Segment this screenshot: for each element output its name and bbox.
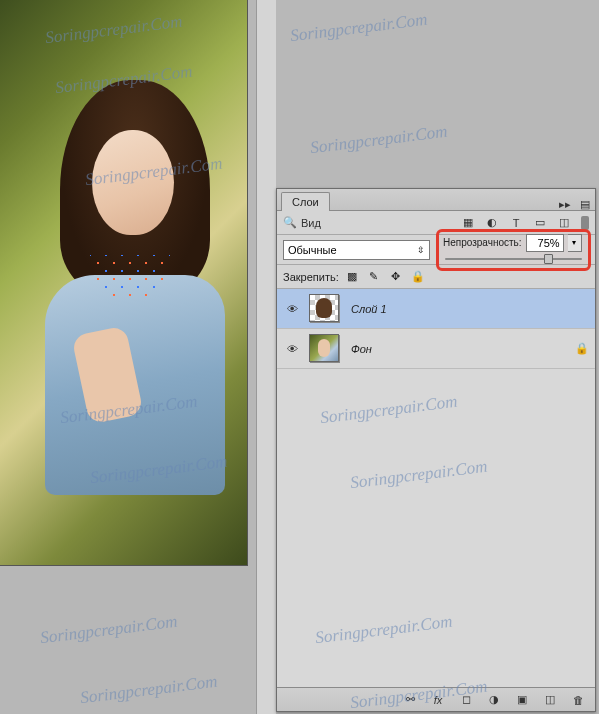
panel-tabbar: Слои ▸▸ ▤ xyxy=(277,189,595,211)
layer-name-label: Фон xyxy=(351,343,372,355)
opacity-field[interactable]: 75% xyxy=(526,234,564,252)
tab-layers[interactable]: Слои xyxy=(281,192,330,211)
filter-smart-icon[interactable]: ◫ xyxy=(557,216,571,230)
watermark-text: Soringpcrepair.Com xyxy=(309,122,448,159)
blend-mode-select[interactable]: Обычные ⇳ xyxy=(283,240,430,260)
opacity-slider[interactable] xyxy=(443,254,584,264)
fill-adjust-icon[interactable]: ◑ xyxy=(487,693,501,707)
lock-position-icon[interactable]: ✥ xyxy=(389,270,403,284)
trash-icon[interactable]: 🗑 xyxy=(571,693,585,707)
watermark-text: Soringpcrepair.Com xyxy=(289,10,428,47)
lock-row: Закрепить: ▩ ✎ ✥ 🔒 xyxy=(277,265,595,289)
layer-thumbnail[interactable] xyxy=(309,334,339,362)
layers-panel: Слои ▸▸ ▤ 🔍 Вид ▦ ◐ T ▭ ◫ Обычные ⇳ Непр… xyxy=(276,188,596,712)
filter-type-icon[interactable]: T xyxy=(509,216,523,230)
opacity-dropdown-icon[interactable]: ▾ xyxy=(568,234,582,252)
panel-footer: ⚯ fx ◻ ◑ ▣ ◫ 🗑 xyxy=(277,687,595,711)
layer-thumbnail[interactable] xyxy=(309,294,339,322)
fx-icon[interactable]: fx xyxy=(431,693,445,707)
layer-row[interactable]: 👁Фон🔒 xyxy=(277,329,595,369)
filter-shape-icon[interactable]: ▭ xyxy=(533,216,547,230)
chevron-updown-icon: ⇳ xyxy=(417,245,425,255)
lock-pixels-icon[interactable]: ▩ xyxy=(345,270,359,284)
lock-icon: 🔒 xyxy=(575,342,589,355)
lock-all-icon[interactable]: 🔒 xyxy=(411,270,425,284)
layer-options-row: Обычные ⇳ Непрозрачность: 75% ▾ xyxy=(277,235,595,265)
filter-kind-label: Вид xyxy=(301,217,321,229)
blend-mode-value: Обычные xyxy=(288,244,337,256)
canvas-area xyxy=(0,0,276,714)
vertical-scrollbar[interactable] xyxy=(256,0,276,714)
visibility-icon[interactable]: 👁 xyxy=(283,300,301,318)
filter-toggle-icon[interactable] xyxy=(581,216,589,230)
layer-row[interactable]: 👁Слой 1 xyxy=(277,289,595,329)
mask-icon[interactable]: ◻ xyxy=(459,693,473,707)
search-icon: 🔍 xyxy=(283,216,297,229)
link-layers-icon[interactable]: ⚯ xyxy=(403,693,417,707)
filter-adjust-icon[interactable]: ◐ xyxy=(485,216,499,230)
panel-menu-icon[interactable]: ▤ xyxy=(579,198,591,210)
lock-label: Закрепить: xyxy=(283,271,339,283)
document-image[interactable] xyxy=(0,0,248,566)
group-icon[interactable]: ▣ xyxy=(515,693,529,707)
layer-name-label: Слой 1 xyxy=(351,303,387,315)
filter-image-icon[interactable]: ▦ xyxy=(461,216,475,230)
lock-brush-icon[interactable]: ✎ xyxy=(367,270,381,284)
collapse-icon[interactable]: ▸▸ xyxy=(559,198,571,210)
layer-filter-kind[interactable]: 🔍 Вид xyxy=(283,216,321,229)
visibility-icon[interactable]: 👁 xyxy=(283,340,301,358)
opacity-slider-thumb[interactable] xyxy=(544,254,553,264)
opacity-label: Непрозрачность: xyxy=(443,237,522,248)
new-layer-icon[interactable]: ◫ xyxy=(543,693,557,707)
layer-list: 👁Слой 1👁Фон🔒 xyxy=(277,289,595,687)
